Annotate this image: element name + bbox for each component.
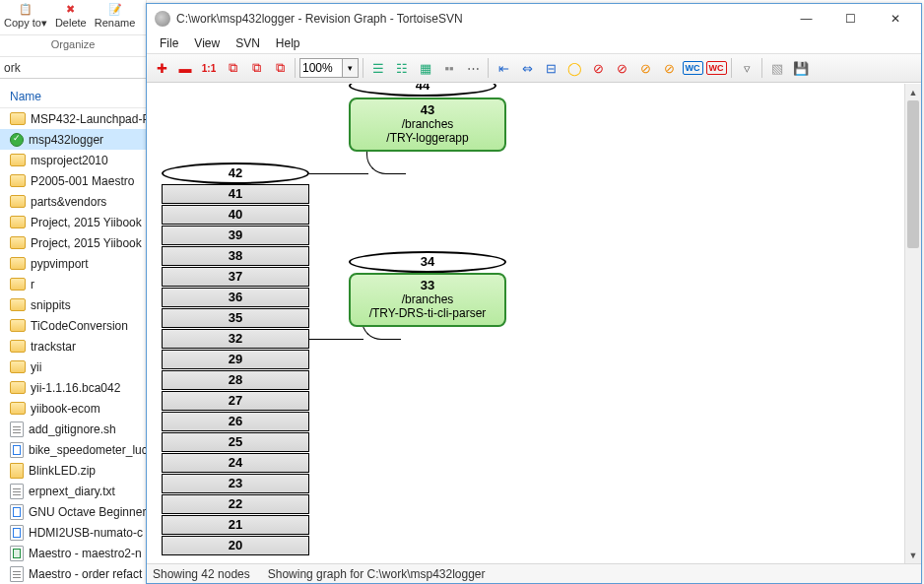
list-item[interactable]: P2005-001 Maestro bbox=[0, 170, 146, 191]
app-icon bbox=[155, 11, 170, 27]
zoom-input[interactable] bbox=[299, 58, 343, 78]
list-item[interactable]: bike_speedometer_luc bbox=[0, 439, 146, 460]
revision-node[interactable]: 40 bbox=[162, 205, 309, 225]
titlebar[interactable]: C:\work\msp432logger - Revision Graph - … bbox=[147, 4, 921, 33]
align-3-icon[interactable]: ⊟ bbox=[540, 57, 561, 79]
filter-icon[interactable]: ▿ bbox=[736, 57, 758, 79]
toggle-2-icon[interactable]: ⧉ bbox=[245, 57, 267, 79]
list-item[interactable]: pypvimport bbox=[0, 253, 146, 274]
list-item[interactable]: erpnext_diary.txt bbox=[0, 481, 146, 501]
align-1-icon[interactable]: ⇤ bbox=[493, 57, 514, 79]
zoom-dropdown-icon[interactable]: ▾ bbox=[343, 58, 359, 78]
list-item[interactable]: TiCodeConversion bbox=[0, 315, 146, 336]
remove-icon[interactable]: ▬ bbox=[174, 57, 196, 79]
revision-node[interactable]: 32 bbox=[162, 329, 309, 349]
menu-help[interactable]: Help bbox=[269, 35, 307, 51]
wc-2-icon[interactable]: WC bbox=[705, 57, 727, 79]
scroll-thumb[interactable] bbox=[907, 100, 919, 248]
list-item[interactable]: HDMI2USB-numato-c bbox=[0, 522, 146, 543]
revision-node[interactable]: 36 bbox=[162, 288, 309, 307]
one-to-one-icon[interactable]: 1:1 bbox=[198, 57, 220, 79]
list-item[interactable]: add_gitignore.sh bbox=[0, 419, 146, 439]
vertical-scrollbar[interactable]: ▲ ▼ bbox=[904, 84, 921, 563]
list-item[interactable]: trackstar bbox=[0, 336, 146, 357]
stop-3-icon[interactable]: ⊘ bbox=[634, 57, 656, 79]
list-item[interactable]: r bbox=[0, 274, 146, 294]
disk-icon[interactable]: 💾 bbox=[790, 57, 812, 79]
revision-node[interactable]: 38 bbox=[162, 246, 309, 266]
graph-canvas[interactable]: 4443/branches/TRY-loggerapp4241403938373… bbox=[147, 84, 921, 563]
file-name: Project, 2015 Yiibook bbox=[31, 236, 142, 250]
layout-2-icon[interactable]: ☷ bbox=[391, 57, 413, 79]
revision-node[interactable]: 39 bbox=[162, 226, 309, 245]
copy-to-button[interactable]: 📋 Copy to▾ bbox=[0, 1, 51, 30]
file-name: TiCodeConversion bbox=[31, 319, 128, 333]
list-item[interactable]: msp432logger bbox=[0, 129, 146, 150]
revision-node[interactable]: 23 bbox=[162, 474, 309, 493]
revision-node[interactable]: 22 bbox=[162, 494, 309, 514]
menu-file[interactable]: File bbox=[153, 35, 185, 51]
list-item[interactable]: msproject2010 bbox=[0, 150, 146, 170]
wc-1-icon[interactable]: WC bbox=[682, 57, 703, 79]
revision-node[interactable]: 35 bbox=[162, 308, 309, 328]
list-item[interactable]: Maestro - order refact bbox=[0, 563, 146, 584]
highlight-icon[interactable]: ◯ bbox=[563, 57, 585, 79]
separator bbox=[761, 58, 762, 78]
more-icon[interactable]: ⋯ bbox=[462, 57, 484, 79]
scroll-down-icon[interactable]: ▼ bbox=[905, 547, 921, 563]
zoom-control[interactable]: ▾ bbox=[299, 58, 359, 78]
list-item[interactable]: yii-1.1.16.bca042 bbox=[0, 377, 146, 398]
layout-1-icon[interactable]: ☰ bbox=[367, 57, 389, 79]
revision-node[interactable]: 29 bbox=[162, 350, 309, 369]
list-item[interactable]: yii bbox=[0, 357, 146, 377]
explorer-pathbar[interactable]: ork bbox=[0, 57, 146, 79]
revision-node[interactable]: 26 bbox=[162, 412, 309, 431]
revision-head-oval[interactable]: 44 bbox=[349, 84, 496, 97]
align-2-icon[interactable]: ⇔ bbox=[516, 57, 538, 79]
scroll-up-icon[interactable]: ▲ bbox=[905, 84, 921, 100]
layout-4-icon[interactable]: ▪▪ bbox=[438, 57, 460, 79]
revision-node[interactable]: 27 bbox=[162, 391, 309, 411]
revision-head-oval[interactable]: 34 bbox=[349, 251, 506, 273]
delete-button[interactable]: ✖ Delete bbox=[51, 1, 91, 29]
list-item[interactable]: yiibook-ecom bbox=[0, 398, 146, 419]
revision-node[interactable]: 21 bbox=[162, 515, 309, 535]
stop-4-icon[interactable]: ⊘ bbox=[658, 57, 680, 79]
branch-node[interactable]: 43/branches/TRY-loggerapp bbox=[349, 97, 506, 152]
add-icon[interactable]: ✚ bbox=[151, 57, 172, 79]
stop-2-icon[interactable]: ⊘ bbox=[611, 57, 632, 79]
list-item[interactable]: BlinkLED.zip bbox=[0, 460, 146, 481]
stop-1-icon[interactable]: ⊘ bbox=[587, 57, 609, 79]
list-item[interactable]: MSP432-Launchpad-P bbox=[0, 108, 146, 129]
revision-node[interactable]: 25 bbox=[162, 432, 309, 452]
menu-view[interactable]: View bbox=[187, 35, 227, 51]
toggle-3-icon[interactable]: ⧉ bbox=[269, 57, 291, 79]
revision-node[interactable]: 24 bbox=[162, 453, 309, 473]
maximize-button[interactable]: ☐ bbox=[828, 5, 873, 32]
rename-button[interactable]: 📝 Rename bbox=[91, 1, 140, 29]
list-item[interactable]: Maestro - maestro2-n bbox=[0, 543, 146, 563]
list-item[interactable]: snippits bbox=[0, 294, 146, 315]
revision-node[interactable]: 37 bbox=[162, 267, 309, 287]
column-header-name[interactable]: Name bbox=[0, 85, 146, 108]
connector-line bbox=[309, 339, 363, 340]
minimize-button[interactable]: — bbox=[784, 5, 828, 32]
rename-label: Rename bbox=[95, 17, 136, 29]
list-item[interactable]: GNU Octave Beginner bbox=[0, 501, 146, 522]
folder-icon bbox=[10, 195, 26, 208]
branch-node[interactable]: 33/branches/TRY-DRS-ti-cli-parser bbox=[349, 273, 506, 327]
toggle-1-icon[interactable]: ⧉ bbox=[222, 57, 243, 79]
revision-node[interactable]: 28 bbox=[162, 370, 309, 390]
file-name: Maestro - maestro2-n bbox=[29, 547, 142, 560]
list-item[interactable]: parts&vendors bbox=[0, 191, 146, 212]
close-button[interactable]: ✕ bbox=[873, 5, 917, 32]
menu-svn[interactable]: SVN bbox=[229, 35, 267, 51]
toolbar: ✚ ▬ 1:1 ⧉ ⧉ ⧉ ▾ ☰ ☷ ▦ ▪▪ ⋯ ⇤ ⇔ ⊟ ◯ ⊘ ⊘ ⊘… bbox=[147, 53, 921, 83]
box-icon[interactable]: ▧ bbox=[766, 57, 788, 79]
list-item[interactable]: Project, 2015 Yiibook bbox=[0, 232, 146, 253]
revision-node[interactable]: 41 bbox=[162, 184, 309, 204]
revision-head-oval[interactable]: 42 bbox=[162, 162, 309, 184]
layout-3-icon[interactable]: ▦ bbox=[415, 57, 436, 79]
revision-node[interactable]: 20 bbox=[162, 536, 309, 555]
list-item[interactable]: Project, 2015 Yiibook bbox=[0, 212, 146, 232]
